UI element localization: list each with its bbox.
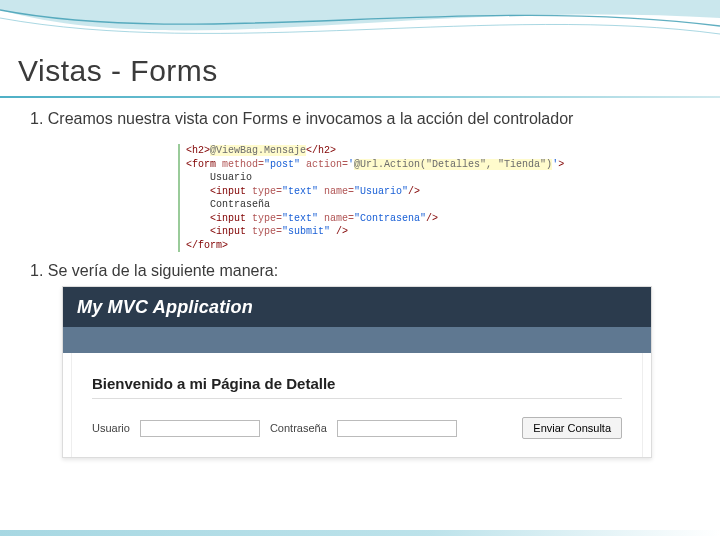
code-token: "post" (264, 159, 300, 170)
title-underline (0, 96, 720, 98)
preview-label-user: Usuario (92, 422, 130, 434)
code-token: "submit" (282, 226, 330, 237)
code-snippet: <h2>@ViewBag.Mensaje</h2> <form method="… (178, 144, 538, 252)
code-token: <h2> (186, 145, 210, 156)
step-2-number: 1. (30, 262, 43, 279)
code-token: /> (408, 186, 420, 197)
code-token: "text" (282, 213, 318, 224)
code-token: method= (222, 159, 264, 170)
code-token: > (558, 159, 564, 170)
code-token: type= (252, 186, 282, 197)
code-token: "Usuario" (354, 186, 408, 197)
preview-topbar: My MVC Application (63, 287, 651, 327)
code-token: "Contrasena" (354, 213, 426, 224)
preview-page-heading: Bienvenido a mi Página de Detalle (92, 375, 622, 392)
code-token: </form> (186, 240, 228, 251)
step-1: 1. Creamos nuestra vista con Forms e inv… (30, 108, 690, 130)
code-token: /> (426, 213, 438, 224)
code-token: /> (330, 226, 348, 237)
step-2-text: Se vería de la siguiente manera: (48, 262, 278, 279)
code-token: name= (318, 186, 354, 197)
preview-label-pass: Contraseña (270, 422, 327, 434)
code-token: action= (300, 159, 348, 170)
slide-title: Vistas - Forms (18, 54, 218, 88)
code-token: Usuario (186, 171, 538, 185)
step-2: 1. Se vería de la siguiente manera: (30, 260, 690, 282)
preview-form-row: Usuario Contraseña Enviar Consulta (92, 417, 622, 439)
preview-page: Bienvenido a mi Página de Detalle Usuari… (71, 353, 643, 457)
rendered-preview: My MVC Application Bienvenido a mi Págin… (62, 286, 652, 458)
step-1-text: Creamos nuestra vista con Forms e invoca… (48, 110, 574, 127)
code-token: Contraseña (186, 198, 538, 212)
code-token: @ViewBag.Mensaje (210, 145, 306, 156)
preview-input-user[interactable] (140, 420, 260, 437)
code-token: <input (186, 213, 252, 224)
code-token: </h2> (306, 145, 336, 156)
preview-submit-button[interactable]: Enviar Consulta (522, 417, 622, 439)
preview-divider (92, 398, 622, 399)
step-1-number: 1. (30, 110, 43, 127)
code-token: "text" (282, 186, 318, 197)
preview-subbar (63, 327, 651, 353)
code-token: name= (318, 213, 354, 224)
preview-input-pass[interactable] (337, 420, 457, 437)
footer-decorative-line (0, 530, 720, 536)
code-token: @Url.Action("Detalles", "Tienda") (354, 159, 552, 170)
code-token: <input (186, 226, 252, 237)
code-token: <form (186, 159, 222, 170)
code-token: type= (252, 226, 282, 237)
code-token: <input (186, 186, 252, 197)
code-token: type= (252, 213, 282, 224)
preview-app-title: My MVC Application (77, 297, 253, 318)
